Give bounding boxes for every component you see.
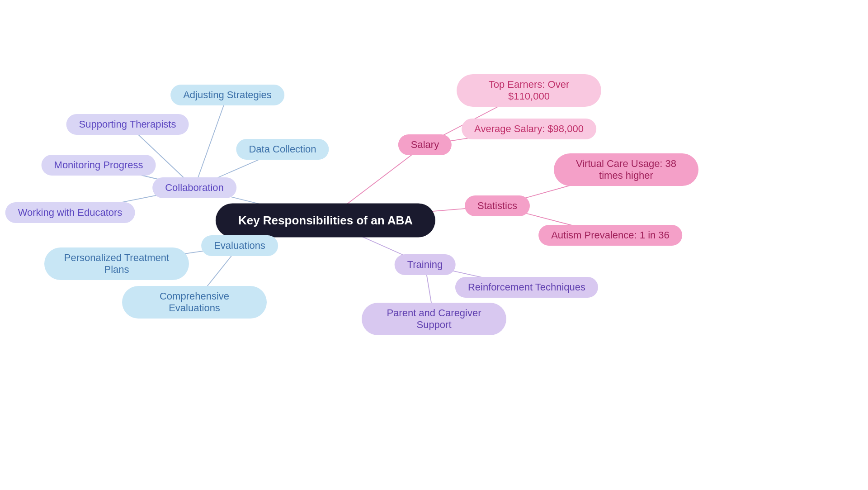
center-node: Key Responsibilities of an ABA [216,204,435,238]
evaluations: Evaluations [201,235,278,256]
svg-line-5 [194,95,227,188]
working-with-educators: Working with Educators [5,202,135,223]
data-collection: Data Collection [236,139,329,160]
autism-prevalence: Autism Prevalence: 1 in 36 [538,225,682,246]
statistics: Statistics [465,195,530,216]
parent-caregiver: Parent and Caregiver Support [362,303,506,335]
center-label: Key Responsibilities of an ABA [238,214,413,228]
training: Training [395,254,456,275]
virtual-care: Virtual Care Usage: 38 times higher [554,153,698,186]
top-earners: Top Earners: Over $110,000 [457,74,601,107]
collaboration: Collaboration [152,177,236,198]
comprehensive-evaluations: Comprehensive Evaluations [122,286,267,319]
personalized-treatment: Personalized Treatment Plans [44,247,189,280]
reinforcement-techniques: Reinforcement Techniques [455,277,598,298]
average-salary: Average Salary: $98,000 [462,119,596,139]
monitoring-progress: Monitoring Progress [42,155,156,176]
supporting-therapists: Supporting Therapists [66,114,189,135]
adjusting-strategies: Adjusting Strategies [170,85,284,105]
salary: Salary [398,134,452,155]
